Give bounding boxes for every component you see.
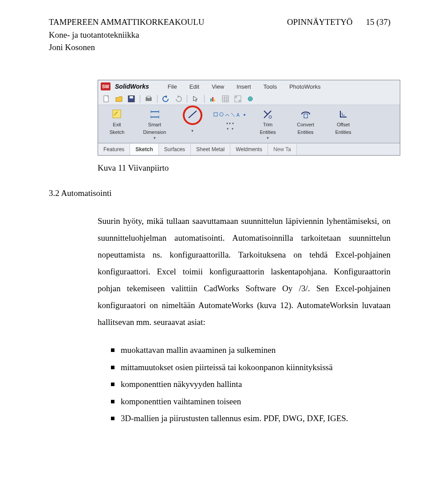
header-right: OPINNÄYTETYÖ 15 (37) [287, 16, 390, 54]
list-item: 3D-mallien ja piirustusten tallennus esi… [111, 412, 390, 425]
smart-dimension-button[interactable]: SmartDimension ▼ [136, 105, 174, 143]
btn-label: SmartDimension [136, 121, 174, 136]
section-heading: 3.2 Automatisointi [49, 187, 390, 200]
list-item: komponenttien näkyvyyden hallinta [111, 378, 390, 391]
config-icon[interactable] [233, 94, 243, 103]
svg-rect-2 [130, 96, 133, 98]
svg-rect-6 [212, 97, 213, 102]
appearance-icon[interactable] [245, 94, 255, 103]
btn-label [174, 121, 211, 129]
svg-rect-13 [113, 110, 121, 118]
convert-entities-button[interactable]: ConvertEntities [287, 105, 324, 143]
header-left: TAMPEREEN AMMATTIKORKEAKOULU Kone- ja tu… [49, 16, 205, 54]
new-file-icon[interactable] [102, 94, 111, 103]
menu-tools[interactable]: Tools [258, 82, 282, 92]
figure-caption: Kuva 11 Viivanpiirto [98, 162, 390, 175]
sw-std-toolbar [98, 93, 400, 105]
solidworks-screenshot: SW SolidWorks File Edit View Insert Tool… [98, 80, 400, 156]
btn-label: ExitSketch [98, 121, 136, 136]
svg-rect-8 [222, 96, 229, 102]
btn-label: TrimEntities [249, 121, 287, 136]
sw-tabstrip: Features Sketch Surfaces Sheet Metal Wel… [98, 143, 400, 155]
exit-sketch-button[interactable]: ExitSketch [98, 105, 136, 143]
list-item: muokattavan mallin avaaminen ja sulkemin… [111, 344, 390, 357]
grid-icon[interactable] [221, 94, 230, 103]
btn-label: OffsetEntities [324, 121, 362, 136]
solidworks-brand: SolidWorks [115, 82, 149, 91]
tab-features[interactable]: Features [98, 144, 130, 155]
select-icon[interactable] [191, 94, 201, 103]
svg-rect-20 [304, 114, 308, 118]
menu-view[interactable]: View [206, 82, 229, 92]
svg-rect-5 [210, 98, 212, 102]
sw-menubar: SW SolidWorks File Edit View Insert Tool… [98, 80, 400, 94]
svg-point-12 [248, 97, 252, 101]
svg-rect-15 [214, 113, 217, 116]
tab-weldments[interactable]: Weldments [230, 144, 268, 155]
svg-rect-10 [235, 96, 237, 98]
save-icon[interactable] [126, 94, 136, 103]
page-header: TAMPEREEN AMMATTIKORKEAKOULU Kone- ja tu… [49, 16, 390, 54]
sw-command-manager: ExitSketch SmartDimension ▼ ▼ A ▾ ▾ ▾ ▾ … [98, 105, 400, 143]
tab-sheet-metal[interactable]: Sheet Metal [191, 144, 230, 155]
print-icon[interactable] [144, 94, 154, 103]
svg-point-18 [244, 114, 245, 116]
open-file-icon[interactable] [114, 94, 124, 103]
undo-icon[interactable] [161, 94, 171, 103]
bullet-list: muokattavan mallin avaaminen ja sulkemin… [111, 344, 390, 425]
svg-rect-4 [147, 96, 150, 98]
institution-name: TAMPEREEN AMMATTIKORKEAKOULU [49, 16, 205, 29]
svg-point-19 [269, 116, 272, 118]
tab-surfaces[interactable]: Surfaces [159, 144, 191, 155]
svg-line-14 [189, 111, 197, 118]
list-item: mittamuutokset osien piirteissä tai koko… [111, 361, 390, 374]
redo-icon[interactable] [174, 94, 183, 103]
sketch-tool-group[interactable]: A ▾ ▾ ▾ ▾ ▾ [211, 105, 249, 143]
svg-rect-11 [239, 100, 241, 102]
offset-entities-button[interactable]: OffsetEntities [324, 105, 362, 143]
programme-name: Kone- ja tuotantotekniikka [49, 29, 205, 42]
solidworks-logo-icon: SW [101, 82, 110, 90]
btn-label: ConvertEntities [287, 121, 324, 136]
page-number: 15 (37) [366, 16, 390, 54]
list-item: komponenttien vaihtaminen toiseen [111, 395, 390, 408]
menu-insert[interactable]: Insert [231, 82, 256, 92]
author-name: Joni Kosonen [49, 41, 205, 54]
svg-rect-7 [214, 99, 215, 102]
rebuild-icon[interactable] [208, 94, 218, 103]
line-tool-button[interactable]: ▼ [174, 105, 211, 143]
svg-point-16 [220, 113, 223, 116]
tab-new-truncated[interactable]: New Ta [268, 144, 297, 155]
menu-file[interactable]: File [162, 82, 182, 92]
tab-sketch[interactable]: Sketch [130, 144, 158, 155]
menu-edit[interactable]: Edit [184, 82, 205, 92]
svg-text:A: A [237, 113, 240, 117]
menu-photoworks[interactable]: PhotoWorks [284, 82, 326, 92]
body-paragraph: Suurin hyöty, mikä tullaan saavuttamaan … [98, 213, 390, 331]
doc-type: OPINNÄYTETYÖ [287, 16, 353, 54]
trim-entities-button[interactable]: TrimEntities ▼ [249, 105, 287, 143]
